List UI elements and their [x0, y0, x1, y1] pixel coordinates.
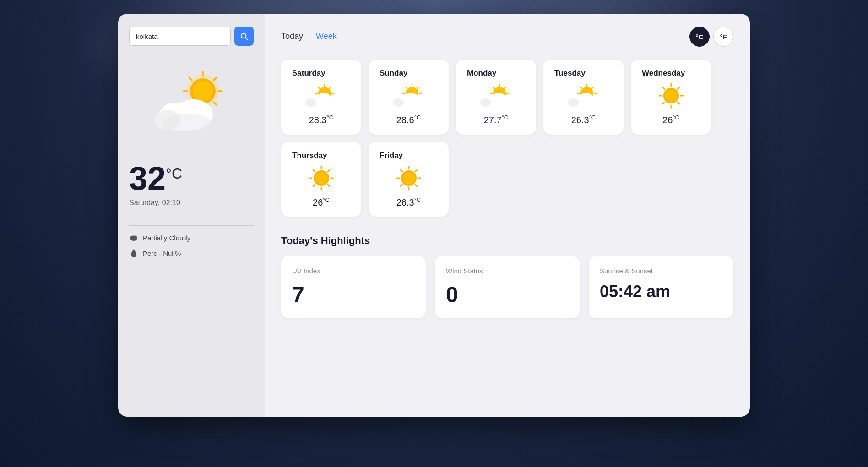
search-button[interactable] — [234, 27, 254, 46]
forecast-icon-1 — [393, 83, 425, 109]
wind-value: 0 — [446, 282, 569, 307]
svg-point-33 — [305, 98, 316, 107]
app-container: 32°C Saturday, 02:10 Partially Cloudy — [118, 14, 750, 417]
svg-line-90 — [328, 185, 330, 186]
svg-line-101 — [415, 170, 417, 172]
forecast-card-sunday: Sunday — [369, 60, 449, 135]
highlight-card-uv: UV Index 7 — [281, 256, 426, 318]
forecast-day-4: Wednesday — [642, 69, 685, 78]
temp-value: 32 — [129, 160, 166, 197]
svg-line-39 — [406, 87, 407, 88]
forecast-temp-0: 28.3°C — [309, 114, 334, 125]
main-panel: Today Week °C °F Saturday — [265, 14, 750, 417]
tab-week[interactable]: Week — [316, 32, 337, 42]
forecast-card-wednesday: Wednesday 26°C — [631, 60, 711, 135]
forecast-day-6: Friday — [380, 151, 403, 160]
forecast-icon-6 — [393, 166, 425, 191]
svg-line-67 — [592, 87, 593, 88]
uv-value: 7 — [292, 282, 415, 307]
forecast-temp-6: 26.3°C — [396, 196, 421, 208]
fahrenheit-button[interactable]: °F — [713, 27, 733, 47]
svg-line-80 — [678, 102, 679, 104]
forecast-icon-2 — [480, 83, 512, 109]
highlights-grid: UV Index 7 Wind Status 0 Sunrise & Sunse… — [281, 256, 733, 318]
condition-label: Partially Cloudy — [143, 234, 190, 242]
search-icon — [240, 32, 248, 40]
svg-line-92 — [313, 185, 315, 186]
svg-line-52 — [493, 87, 494, 88]
svg-line-11 — [214, 77, 217, 80]
forecast-day-2: Monday — [467, 69, 496, 78]
svg-line-82 — [663, 102, 665, 104]
tab-today[interactable]: Today — [281, 32, 303, 42]
search-bar — [129, 27, 254, 46]
svg-point-20 — [133, 236, 137, 239]
forecast-day-3: Tuesday — [554, 69, 586, 78]
svg-line-54 — [505, 87, 506, 88]
precipitation-item: Perc - Null% — [129, 249, 254, 258]
divider — [129, 225, 254, 226]
sunrise-value: 05:42 am — [600, 282, 722, 301]
forecast-card-thursday: Thursday 26°C — [281, 142, 361, 217]
highlights-section: Today's Highlights UV Index 7 Wind Statu… — [281, 235, 733, 318]
highlight-card-sunrise: Sunrise & Sunset 05:42 am — [589, 256, 733, 318]
forecast-card-monday: Monday — [456, 60, 536, 135]
precipitation-label: Perc - Null% — [143, 250, 181, 257]
forecast-icon-3 — [568, 83, 600, 109]
condition-item: Partially Cloudy — [129, 233, 254, 242]
svg-line-100 — [415, 185, 417, 186]
forecast-icon-4 — [655, 83, 687, 109]
uv-label: UV Index — [292, 267, 415, 275]
forecast-day-1: Sunday — [380, 69, 407, 78]
svg-line-28 — [330, 87, 331, 88]
date-time: Saturday, 02:10 — [129, 199, 254, 207]
forecast-day-5: Thursday — [292, 151, 327, 160]
celsius-button[interactable]: °C — [689, 27, 710, 47]
svg-line-91 — [328, 170, 330, 172]
weather-icon-container — [129, 61, 254, 144]
svg-line-10 — [214, 102, 217, 105]
rain-icon — [129, 249, 138, 258]
top-bar: Today Week °C °F — [281, 27, 733, 47]
svg-point-17 — [162, 114, 212, 132]
svg-point-59 — [480, 98, 491, 107]
forecast-temp-1: 28.6°C — [396, 114, 421, 125]
svg-point-72 — [568, 98, 579, 107]
svg-line-65 — [580, 87, 582, 88]
temperature-section: 32°C Saturday, 02:10 — [129, 162, 254, 218]
search-input[interactable] — [129, 27, 231, 46]
highlight-card-wind: Wind Status 0 — [435, 256, 580, 318]
svg-point-4 — [193, 81, 213, 101]
sunrise-label: Sunrise & Sunset — [600, 267, 722, 275]
highlights-title: Today's Highlights — [281, 235, 733, 247]
svg-line-79 — [663, 87, 665, 89]
svg-point-46 — [393, 98, 404, 107]
tabs: Today Week — [281, 32, 337, 42]
partly-cloudy-main-icon — [150, 66, 233, 139]
weather-details: Partially Cloudy Perc - Null% — [129, 233, 254, 258]
forecast-card-friday: Friday 26.3°C — [369, 142, 449, 217]
forecast-icon-5 — [305, 166, 337, 191]
svg-line-99 — [401, 170, 402, 172]
svg-point-74 — [665, 90, 677, 102]
svg-line-1 — [245, 38, 247, 39]
svg-line-9 — [189, 77, 192, 80]
temperature-display: 32°C — [129, 162, 254, 195]
forecast-day-0: Saturday — [292, 69, 326, 78]
svg-point-84 — [315, 172, 327, 184]
temp-unit: °C — [166, 165, 182, 182]
wind-label: Wind Status — [446, 267, 569, 275]
cloud-icon — [129, 233, 138, 242]
forecast-temp-4: 26°C — [662, 114, 679, 125]
svg-line-41 — [417, 87, 418, 88]
forecast-temp-5: 26°C — [313, 196, 330, 208]
svg-point-94 — [403, 172, 415, 184]
forecast-card-saturday: Saturday — [281, 60, 361, 135]
forecast-temp-2: 27.7°C — [484, 114, 509, 125]
forecast-temp-3: 26.3°C — [571, 114, 596, 125]
forecast-icon-0 — [305, 83, 337, 109]
svg-line-26 — [318, 87, 320, 88]
svg-line-89 — [313, 170, 315, 172]
svg-line-81 — [678, 87, 679, 89]
svg-line-102 — [401, 185, 402, 186]
